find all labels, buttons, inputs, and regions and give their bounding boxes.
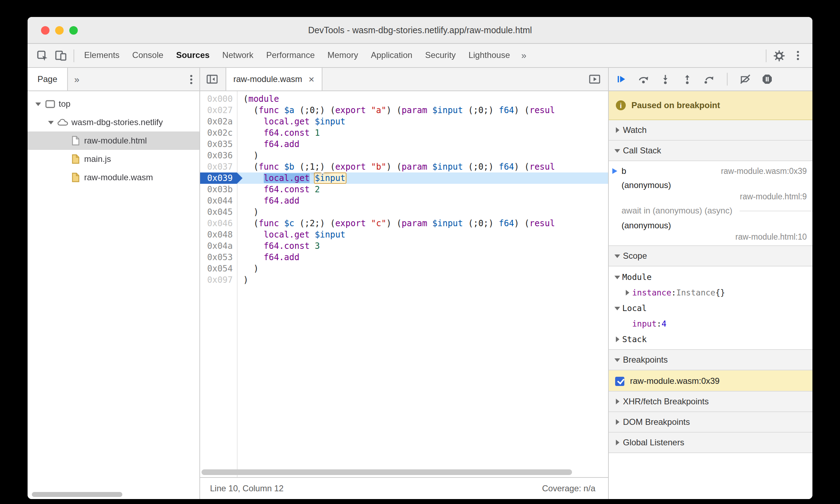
scope-group-local[interactable]: Local (609, 300, 812, 316)
code-line[interactable]: 0x035 f64.add (200, 139, 608, 150)
step-into-button[interactable] (658, 71, 673, 87)
resume-button[interactable] (614, 71, 629, 87)
navigator-tab-page[interactable]: Page (28, 68, 68, 90)
property-value: Instance (676, 288, 716, 298)
navigator-header: Page » (28, 68, 199, 91)
scope-prop-instance[interactable]: instance: Instance {} (609, 285, 812, 300)
code-line[interactable]: 0x039 local.get $input4 (200, 172, 608, 184)
code-address[interactable]: 0x000 (200, 93, 237, 105)
code-address[interactable]: 0x036 (200, 150, 237, 161)
code-address[interactable]: 0x02a (200, 116, 237, 127)
code-text: f64.const 3 (237, 240, 608, 252)
code-line[interactable]: 0x097) (200, 274, 608, 286)
tab-sources[interactable]: Sources (170, 44, 216, 67)
toolbar-kebab-icon[interactable] (788, 46, 807, 65)
tab-close-icon[interactable]: × (309, 74, 314, 84)
tab-elements[interactable]: Elements (78, 44, 126, 67)
chevron-down-icon (614, 254, 620, 258)
tab-console[interactable]: Console (126, 44, 170, 67)
step-button[interactable] (701, 71, 717, 87)
call-stack-frame[interactable]: braw-module.wasm:0x39 (609, 163, 812, 179)
code-line[interactable]: 0x045 ) (200, 206, 608, 218)
code-address[interactable]: 0x053 (200, 252, 237, 263)
minimize-window-button[interactable] (55, 26, 64, 34)
section-dom-breakpoints-header[interactable]: DOM Breakpoints (609, 411, 812, 433)
section-global-listeners-header[interactable]: Global Listeners (609, 432, 812, 453)
section-watch-header[interactable]: Watch (609, 120, 812, 141)
tab-network[interactable]: Network (216, 44, 260, 67)
code-line[interactable]: 0x04a f64.const 3 (200, 240, 608, 252)
section-breakpoints-header[interactable]: Breakpoints (609, 349, 812, 370)
deactivate-breakpoints-button[interactable] (737, 71, 753, 87)
section-call-stack-header[interactable]: Call Stack (609, 140, 812, 161)
tree-item-top[interactable]: top (28, 95, 199, 113)
code-line[interactable]: 0x046 (func $c (;2;) (export "c") (param… (200, 218, 608, 229)
code-address[interactable]: 0x03b (200, 184, 237, 195)
collapse-navigator-icon[interactable] (203, 70, 221, 88)
close-window-button[interactable] (41, 26, 49, 34)
scope-group-stack[interactable]: Stack (609, 332, 812, 347)
editor-hscrollbar[interactable] (202, 469, 600, 475)
code-address[interactable]: 0x044 (200, 195, 237, 206)
code-line[interactable]: 0x02a local.get $input (200, 116, 608, 127)
navigator-more-chevron[interactable]: » (68, 74, 86, 84)
call-stack-frame[interactable]: (anonymous)raw-module.html:9 (609, 179, 812, 202)
tab-application[interactable]: Application (364, 44, 419, 67)
tree-item-raw-module-wasm[interactable]: raw-module.wasm (28, 168, 199, 187)
code-address[interactable]: 0x027 (200, 105, 237, 116)
code-address[interactable]: 0x02c (200, 127, 237, 139)
code-line[interactable]: 0x048 local.get $input (200, 229, 608, 240)
code-address[interactable]: 0x039 (200, 172, 237, 184)
tree-item-wasm-dbg-stories-netlify[interactable]: wasm-dbg-stories.netlify (28, 113, 199, 131)
section-xhr-fetch-breakpoints-header[interactable]: XHR/fetch Breakpoints (609, 391, 812, 412)
code-line[interactable]: 0x053 f64.add (200, 252, 608, 263)
code-address[interactable]: 0x054 (200, 263, 237, 274)
editor-tab-raw-module-wasm[interactable]: raw-module.wasm × (226, 68, 322, 90)
code-line[interactable]: 0x037 (func $b (;1;) (export "b") (param… (200, 161, 608, 172)
code-address[interactable]: 0x048 (200, 229, 237, 240)
code-line[interactable]: 0x036 ) (200, 150, 608, 161)
code-address[interactable]: 0x097 (200, 274, 237, 286)
kebab-dots (797, 51, 799, 60)
pause-on-exceptions-button[interactable] (759, 71, 775, 87)
code-address[interactable]: 0x046 (200, 218, 237, 229)
triangle-slot (612, 149, 622, 152)
more-tabs-button[interactable]: » (517, 50, 531, 61)
scope-prop-input[interactable]: input: 4 (609, 316, 812, 332)
navigator-hscrollbar-thumb[interactable] (32, 492, 122, 497)
zoom-window-button[interactable] (69, 26, 78, 34)
tab-security[interactable]: Security (419, 44, 462, 67)
code-line[interactable]: 0x000(module (200, 93, 608, 105)
editor-hscrollbar-thumb[interactable] (202, 469, 572, 475)
code-line[interactable]: 0x054 ) (200, 263, 608, 274)
titlebar: DevTools - wasm-dbg-stories.netlify.app/… (28, 17, 812, 44)
breakpoint-checkbox[interactable] (615, 376, 624, 386)
step-over-button[interactable] (636, 71, 651, 87)
device-toolbar-icon[interactable] (52, 46, 70, 65)
tree-item-main-js[interactable]: main.js (28, 150, 199, 168)
inspect-element-icon[interactable] (33, 46, 52, 65)
tree-item-label: top (59, 99, 70, 109)
settings-gear-icon[interactable] (770, 46, 788, 65)
code-line[interactable]: 0x03b f64.const 2 (200, 184, 608, 195)
code-line[interactable]: 0x027 (func $a (;0;) (export "a") (param… (200, 105, 608, 116)
code-line[interactable]: 0x044 f64.add (200, 195, 608, 206)
code-line[interactable]: 0x02c f64.const 1 (200, 127, 608, 139)
code-address[interactable]: 0x035 (200, 139, 237, 150)
chevron-right-icon (616, 127, 619, 133)
evaluated-token[interactable]: $input4 (315, 173, 345, 183)
code-address[interactable]: 0x045 (200, 206, 237, 218)
section-scope-header[interactable]: Scope (609, 245, 812, 266)
tab-performance[interactable]: Performance (260, 44, 321, 67)
call-stack-frame[interactable]: (anonymous)raw-module.html:10 (609, 219, 812, 242)
navigator-kebab-icon[interactable] (190, 75, 192, 84)
tab-memory[interactable]: Memory (321, 44, 364, 67)
breakpoint-item[interactable]: raw-module.wasm:0x39 (609, 370, 812, 392)
tab-lighthouse[interactable]: Lighthouse (462, 44, 516, 67)
code-address[interactable]: 0x037 (200, 161, 237, 172)
step-out-button[interactable] (679, 71, 695, 87)
tree-item-raw-module-html[interactable]: raw-module.html (28, 131, 199, 150)
toggle-debugger-sidebar-icon[interactable] (585, 70, 604, 88)
scope-group-module[interactable]: Module (609, 269, 812, 285)
code-address[interactable]: 0x04a (200, 240, 237, 252)
